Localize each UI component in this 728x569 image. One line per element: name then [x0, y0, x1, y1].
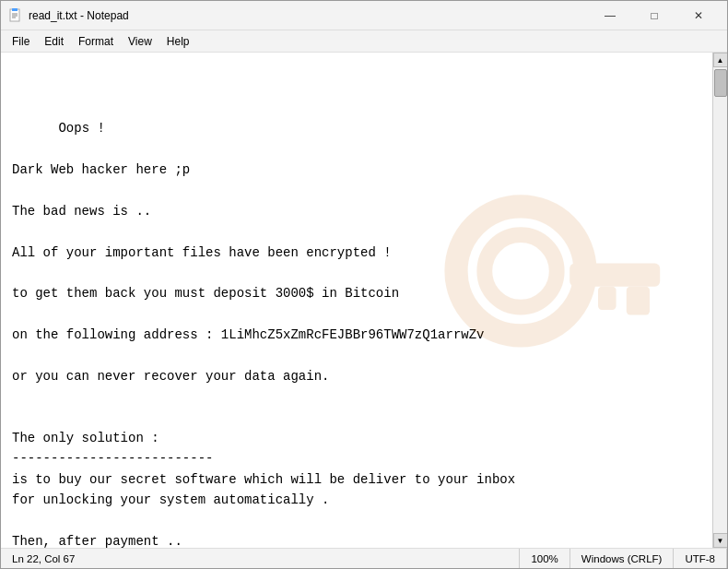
zoom-level: 100%	[531, 553, 558, 564]
watermark	[356, 147, 675, 453]
notepad-window: read_it.txt - Notepad — □ ✕ File Edit Fo…	[0, 0, 728, 569]
menu-help[interactable]: Help	[159, 33, 197, 50]
svg-rect-9	[598, 287, 616, 310]
status-encoding: UTF-8	[674, 549, 727, 568]
window-controls: — □ ✕	[589, 1, 720, 30]
menu-file[interactable]: File	[5, 33, 37, 50]
cursor-position: Ln 22, Col 67	[12, 553, 75, 564]
menu-view[interactable]: View	[121, 33, 159, 50]
window-title: read_it.txt - Notepad	[29, 9, 589, 22]
document-text: Oops ! Dark Web hacker here ;p The bad n…	[12, 121, 523, 548]
vertical-scrollbar[interactable]: ▲ ▼	[712, 53, 727, 548]
svg-point-5	[456, 207, 585, 336]
svg-rect-7	[569, 263, 660, 286]
scroll-down-button[interactable]: ▼	[713, 533, 728, 548]
status-bar: Ln 22, Col 67 100% Windows (CRLF) UTF-8	[1, 548, 727, 568]
menu-format[interactable]: Format	[71, 33, 121, 50]
line-ending: Windows (CRLF)	[581, 553, 663, 564]
minimize-button[interactable]: —	[589, 1, 631, 30]
status-position: Ln 22, Col 67	[1, 549, 520, 568]
scroll-track[interactable]	[713, 67, 727, 533]
status-line-ending: Windows (CRLF)	[570, 549, 675, 568]
menu-bar: File Edit Format View Help	[1, 30, 727, 53]
content-area: Oops ! Dark Web hacker here ;p The bad n…	[1, 53, 727, 548]
close-button[interactable]: ✕	[677, 1, 720, 30]
svg-point-6	[485, 235, 557, 307]
encoding: UTF-8	[685, 553, 715, 564]
status-zoom: 100%	[520, 549, 569, 568]
menu-edit[interactable]: Edit	[37, 33, 71, 50]
app-icon	[8, 8, 23, 23]
svg-rect-8	[627, 287, 650, 315]
title-bar: read_it.txt - Notepad — □ ✕	[1, 1, 727, 30]
scroll-thumb[interactable]	[714, 69, 727, 97]
text-editor[interactable]: Oops ! Dark Web hacker here ;p The bad n…	[1, 53, 712, 548]
svg-rect-1	[12, 8, 18, 11]
maximize-button[interactable]: □	[633, 1, 675, 30]
scroll-up-button[interactable]: ▲	[713, 53, 728, 67]
